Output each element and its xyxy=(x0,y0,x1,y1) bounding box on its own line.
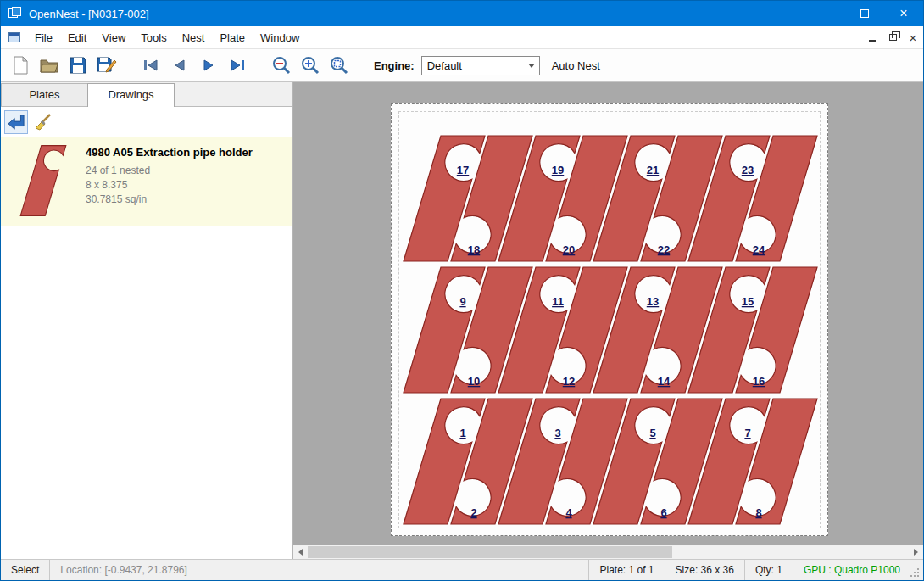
go-last-icon xyxy=(228,58,247,73)
menu-plate[interactable]: Plate xyxy=(212,28,253,47)
part-number-7: 7 xyxy=(744,427,750,439)
status-bar: Select Location: [-0.9437, 21.8796] Plat… xyxy=(1,559,923,580)
part-number-24: 24 xyxy=(753,243,765,256)
part-number-3: 3 xyxy=(554,427,560,439)
save-edit-icon xyxy=(97,55,117,75)
horizontal-scrollbar[interactable] xyxy=(293,545,923,559)
menu-edit[interactable]: Edit xyxy=(60,28,94,47)
new-file-button[interactable] xyxy=(8,53,33,78)
part-number-23: 23 xyxy=(742,164,754,176)
mdi-minimize-button[interactable] xyxy=(862,29,882,46)
part-number-22: 22 xyxy=(658,243,670,256)
status-location: Location: [-0.9437, 21.8796] xyxy=(50,560,197,580)
drawing-nested-count: 24 of 1 nested xyxy=(86,164,253,178)
app-window: OpenNest - [N0317-002] × File Edit View … xyxy=(0,0,924,581)
drawings-list-empty-area xyxy=(1,226,292,559)
go-next-icon xyxy=(199,58,218,73)
menu-file[interactable]: File xyxy=(27,28,60,47)
mdi-restore-button[interactable] xyxy=(882,29,903,46)
part-number-4: 4 xyxy=(565,506,572,519)
status-plate: Plate: 1 of 1 xyxy=(588,560,664,580)
drawings-toolbar xyxy=(1,107,292,137)
drawing-size: 8 x 8.375 xyxy=(86,178,253,193)
chevron-down-icon[interactable] xyxy=(524,57,539,75)
document-icon xyxy=(8,32,20,42)
part-thumbnail xyxy=(9,144,77,217)
menu-nest[interactable]: Nest xyxy=(175,28,213,47)
engine-selected-value: Default xyxy=(422,59,524,72)
part-number-6: 6 xyxy=(660,506,666,519)
save-button[interactable] xyxy=(65,53,91,78)
part-number-12: 12 xyxy=(563,375,575,388)
import-drawing-button[interactable] xyxy=(4,110,28,134)
go-next-button[interactable] xyxy=(196,53,221,78)
part-number-18: 18 xyxy=(468,243,480,256)
title-bar: OpenNest - [N0317-002] × xyxy=(1,1,923,26)
mdi-close-button[interactable]: × xyxy=(903,29,923,46)
engine-label: Engine: xyxy=(374,59,415,72)
part-number-8: 8 xyxy=(755,506,761,519)
part-number-10: 10 xyxy=(468,375,480,388)
part-number-20: 20 xyxy=(563,243,575,256)
blue-arrow-icon xyxy=(7,114,25,131)
zoom-in-icon xyxy=(300,55,320,75)
status-gpu: GPU : Quadro P1000 xyxy=(793,560,910,580)
tab-plates[interactable]: Plates xyxy=(1,83,88,106)
tab-drawings[interactable]: Drawings xyxy=(87,83,175,107)
part-number-9: 9 xyxy=(459,295,465,308)
go-first-button[interactable] xyxy=(138,53,164,78)
scrollbar-track[interactable] xyxy=(308,545,909,559)
part-number-13: 13 xyxy=(647,295,659,308)
drawing-area: 30.7815 sq/in xyxy=(86,193,253,207)
app-icon xyxy=(8,7,22,20)
zoom-fit-button[interactable] xyxy=(326,53,352,78)
menu-window[interactable]: Window xyxy=(253,28,307,47)
new-file-icon xyxy=(11,55,30,75)
auto-nest-button[interactable]: Auto Nest xyxy=(552,59,600,72)
save-icon xyxy=(69,56,87,75)
drawing-list-item[interactable]: 4980 A05 Extraction pipe holder 24 of 1 … xyxy=(1,137,292,226)
menu-view[interactable]: View xyxy=(94,28,133,47)
scroll-right-button[interactable] xyxy=(909,545,923,559)
broom-icon xyxy=(34,113,53,131)
part-number-1: 1 xyxy=(459,427,465,439)
open-folder-icon xyxy=(39,56,59,75)
main-toolbar: Engine: Default Auto Nest xyxy=(1,49,923,82)
part-number-5: 5 xyxy=(649,427,655,439)
zoom-out-icon xyxy=(271,55,292,75)
go-last-button[interactable] xyxy=(225,53,250,78)
maximize-button[interactable] xyxy=(845,1,884,26)
minimize-button[interactable] xyxy=(806,1,845,26)
part-number-14: 14 xyxy=(658,375,671,388)
menu-tools[interactable]: Tools xyxy=(133,28,174,47)
clear-drawings-button[interactable] xyxy=(31,110,55,134)
zoom-fit-icon xyxy=(329,55,349,75)
status-qty: Qty: 1 xyxy=(744,560,793,580)
go-previous-button[interactable] xyxy=(167,53,192,78)
go-first-icon xyxy=(142,58,160,73)
open-button[interactable] xyxy=(36,53,62,78)
drawing-title: 4980 A05 Extraction pipe holder xyxy=(86,146,253,159)
part-number-17: 17 xyxy=(457,164,469,176)
zoom-in-button[interactable] xyxy=(298,53,323,78)
part-number-21: 21 xyxy=(647,164,659,176)
plate-sheet: 171819202122232491011121314151612345678 xyxy=(391,103,828,536)
status-size: Size: 36 x 36 xyxy=(665,560,744,580)
engine-select[interactable]: Default xyxy=(421,56,540,75)
part-number-2: 2 xyxy=(470,506,476,519)
go-previous-icon xyxy=(170,58,189,73)
save-as-button[interactable] xyxy=(94,53,120,78)
part-number-16: 16 xyxy=(753,375,765,388)
scroll-left-button[interactable] xyxy=(293,545,308,559)
scrollbar-thumb[interactable] xyxy=(308,546,672,558)
resize-grip[interactable] xyxy=(910,568,921,578)
status-mode: Select xyxy=(1,560,50,580)
sidebar-tabstrip: Plates Drawings xyxy=(1,82,292,107)
close-button[interactable]: × xyxy=(884,1,923,26)
zoom-out-button[interactable] xyxy=(269,53,294,78)
menu-bar: File Edit View Tools Nest Plate Window × xyxy=(1,26,923,49)
part-number-19: 19 xyxy=(552,164,564,176)
nest-canvas[interactable]: 171819202122232491011121314151612345678 xyxy=(293,82,923,559)
nested-parts-layer: 171819202122232491011121314151612345678 xyxy=(392,104,829,537)
sidebar: Plates Drawings xyxy=(1,82,293,559)
